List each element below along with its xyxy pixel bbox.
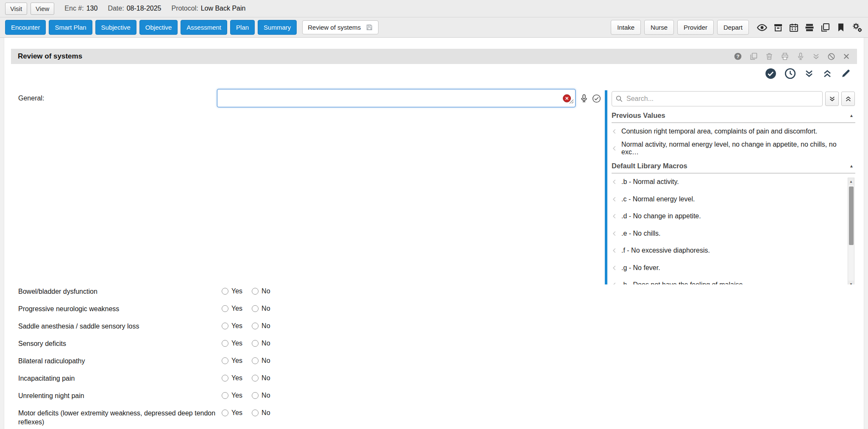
radio-yes[interactable]: Yes xyxy=(222,357,242,365)
radio-circle[interactable] xyxy=(222,305,228,312)
macro-item[interactable]: .g - No fever. xyxy=(612,259,855,277)
radio-no[interactable]: No xyxy=(252,409,270,417)
radio-yes[interactable]: Yes xyxy=(222,322,242,330)
previous-value-item[interactable]: Contusion right temporal area, complaint… xyxy=(612,123,855,140)
radio-circle[interactable] xyxy=(252,323,259,329)
collapse-all-button[interactable] xyxy=(841,92,855,106)
trash-icon[interactable] xyxy=(765,52,773,61)
archive-icon[interactable] xyxy=(773,22,783,33)
collapse-triangle-icon[interactable]: ▲ xyxy=(849,164,855,168)
resize-grip-icon[interactable] xyxy=(569,98,574,106)
insert-left-icon xyxy=(612,213,618,219)
radio-circle[interactable] xyxy=(222,375,228,382)
subjective-button[interactable]: Subjective xyxy=(95,20,136,35)
encounter-number: Enc #:130 xyxy=(64,5,97,12)
previous-value-item[interactable]: Normal activity, normal energy level, no… xyxy=(612,140,855,157)
books-icon[interactable] xyxy=(804,22,815,33)
collapse-triangle-icon[interactable]: ▲ xyxy=(849,113,855,118)
scrollbar-thumb[interactable] xyxy=(849,187,854,245)
eye-icon[interactable] xyxy=(757,22,768,33)
gears-icon[interactable] xyxy=(851,22,863,33)
calendar-icon[interactable] xyxy=(789,22,799,33)
toolbar-right-group: Intake Nurse Provider Depart xyxy=(611,20,863,35)
macro-item[interactable]: .c - Normal energy level. xyxy=(612,191,855,208)
expand-all-button[interactable] xyxy=(825,92,839,106)
search-input[interactable] xyxy=(612,91,823,106)
radio-yes[interactable]: Yes xyxy=(222,409,242,417)
plan-button[interactable]: Plan xyxy=(230,20,255,35)
search-icon xyxy=(615,95,623,103)
chevrons-down-icon[interactable] xyxy=(804,69,814,79)
radio-circle[interactable] xyxy=(222,410,228,416)
radio-yes[interactable]: Yes xyxy=(222,340,242,347)
smart-plan-button[interactable]: Smart Plan xyxy=(49,20,92,35)
radio-circle[interactable] xyxy=(252,392,259,399)
radio-circle[interactable] xyxy=(252,357,259,364)
radio-yes[interactable]: Yes xyxy=(222,374,242,382)
radio-circle[interactable] xyxy=(222,340,228,347)
scrollbar[interactable]: ▲ ▼ xyxy=(848,178,854,284)
question-label: Saddle anesthesia / saddle sensory loss xyxy=(18,322,222,331)
nurse-button[interactable]: Nurse xyxy=(644,20,674,35)
radio-circle[interactable] xyxy=(252,375,259,382)
encounter-button[interactable]: Encounter xyxy=(5,20,46,35)
provider-button[interactable]: Provider xyxy=(677,20,714,35)
radio-no[interactable]: No xyxy=(252,392,270,399)
radio-circle[interactable] xyxy=(222,392,228,399)
visit-button[interactable]: Visit xyxy=(5,3,27,15)
objective-button[interactable]: Objective xyxy=(139,20,178,35)
radio-no[interactable]: No xyxy=(252,305,270,312)
block-icon[interactable] xyxy=(827,53,835,61)
macro-item[interactable]: .d - No change in appetite. xyxy=(612,208,855,225)
intake-button[interactable]: Intake xyxy=(611,20,641,35)
previous-values-header: Previous Values ▲ xyxy=(612,111,855,123)
macro-item[interactable]: .f - No excessive diaphoresis. xyxy=(612,242,855,259)
print-icon[interactable] xyxy=(781,52,789,61)
mic-icon[interactable] xyxy=(796,52,805,61)
close-icon[interactable] xyxy=(843,53,850,60)
radio-circle[interactable] xyxy=(252,305,259,312)
radio-no[interactable]: No xyxy=(252,357,270,365)
pencil-icon[interactable] xyxy=(840,68,851,79)
insert-left-icon xyxy=(612,196,618,202)
mic-icon[interactable] xyxy=(579,94,589,103)
question-label: Incapacitating pain xyxy=(18,374,222,383)
scroll-down-icon[interactable]: ▼ xyxy=(848,281,854,284)
radio-yes[interactable]: Yes xyxy=(222,305,242,312)
radio-yes[interactable]: Yes xyxy=(222,287,242,295)
question-row: Incapacitating pain Yes No xyxy=(0,370,614,387)
depart-button[interactable]: Depart xyxy=(717,20,749,35)
bookmark-icon[interactable] xyxy=(836,22,846,33)
macros-list: .b - Normal activity. .c - Normal energy… xyxy=(612,173,855,284)
encounter-date: Date:08-18-2025 xyxy=(108,5,161,12)
radio-no[interactable]: No xyxy=(252,340,270,347)
copy-icon[interactable] xyxy=(749,52,758,61)
help-icon[interactable]: ? xyxy=(734,52,742,61)
scroll-up-icon[interactable]: ▲ xyxy=(848,178,854,185)
check-circle-icon[interactable] xyxy=(592,94,601,103)
radio-circle[interactable] xyxy=(222,288,228,295)
radio-yes[interactable]: Yes xyxy=(222,392,242,399)
clock-icon[interactable] xyxy=(785,68,796,79)
general-input[interactable] xyxy=(217,89,576,107)
summary-button[interactable]: Summary xyxy=(258,20,297,35)
chevrons-up-icon[interactable] xyxy=(822,69,832,79)
radio-circle[interactable] xyxy=(252,288,259,295)
radio-circle[interactable] xyxy=(252,410,259,416)
view-button[interactable]: View xyxy=(31,3,54,15)
tab-review-of-systems[interactable]: Review of systems xyxy=(302,20,378,34)
radio-circle[interactable] xyxy=(252,340,259,347)
radio-no[interactable]: No xyxy=(252,374,270,382)
copy-icon[interactable] xyxy=(820,22,830,33)
check-circle-icon[interactable] xyxy=(765,68,776,79)
macro-item[interactable]: .e - No chills. xyxy=(612,225,855,242)
assessment-button[interactable]: Assessment xyxy=(181,20,227,35)
radio-no[interactable]: No xyxy=(252,287,270,295)
macro-item[interactable]: .h - Does not have the feeling of malais… xyxy=(612,276,855,284)
radio-circle[interactable] xyxy=(222,323,228,329)
chevrons-down-icon[interactable] xyxy=(812,53,820,61)
macro-item[interactable]: .b - Normal activity. xyxy=(612,173,855,191)
question-row: Motor deficits (lower extremity weakness… xyxy=(0,404,614,429)
radio-no[interactable]: No xyxy=(252,322,270,330)
radio-circle[interactable] xyxy=(222,357,228,364)
